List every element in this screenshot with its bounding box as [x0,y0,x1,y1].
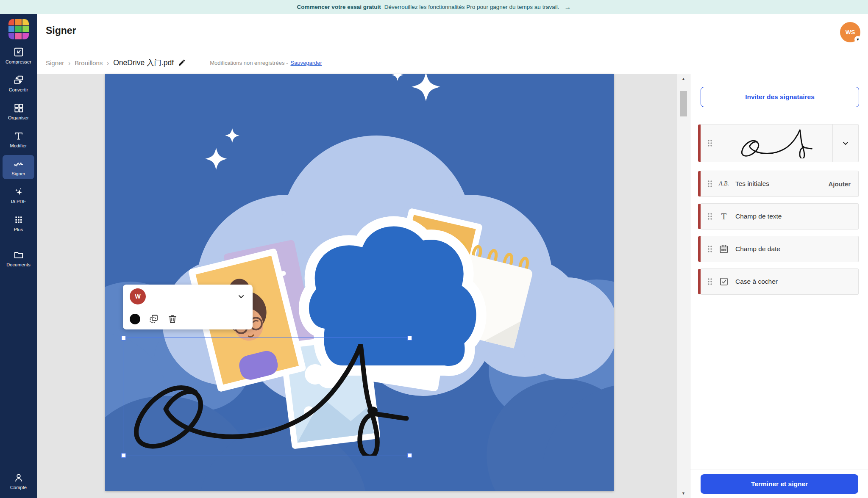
resize-handle-bottom-right[interactable] [407,453,412,458]
header: Signer WS ▾ [37,14,868,51]
breadcrumb-separator: › [107,59,109,66]
user-icon [13,472,24,483]
page-title: Signer [46,25,76,36]
field-row-signature[interactable] [701,124,859,162]
text-edit-icon [13,130,24,141]
canvas-scrollbar[interactable]: ▲ ▼ [677,74,690,498]
signer-badge-initial: W [135,293,140,300]
sidebar-item-plus[interactable]: Plus [3,211,34,235]
save-link[interactable]: Sauvegarder [290,60,322,66]
field-row-initials[interactable]: A.B. Tes initiales Ajouter [701,171,859,197]
breadcrumb: Signer › Brouillons › OneDrive 入门.pdf Mo… [37,51,868,74]
resize-handle-top-right[interactable] [407,336,412,340]
text-field-icon: T [718,212,729,221]
drag-handle-icon[interactable] [707,245,712,253]
drag-handle-icon[interactable] [707,277,712,286]
sidebar-item-label: Plus [14,227,23,232]
field-row-checkbox[interactable]: Case à cocher [701,268,859,295]
invite-signers-label: Inviter des signataires [745,93,815,101]
finish-and-sign-label: Terminer et signer [751,480,808,488]
date-field-label: Champ de date [735,245,780,253]
signature-thumbnail [718,125,832,162]
app-logo[interactable] [8,19,29,39]
breadcrumb-filename: OneDrive 入门.pdf [113,58,174,68]
document-canvas: W [37,74,677,498]
sidebar-item-label: Compresser [6,59,31,64]
grid-dots-icon [13,214,24,225]
convert-icon [13,75,24,86]
drag-handle-icon[interactable] [707,139,712,147]
signer-badge: W [130,288,146,304]
rename-pencil-icon[interactable] [178,59,185,66]
breadcrumb-signer[interactable]: Signer [46,59,64,66]
signature-options-chevron-icon[interactable] [832,125,858,162]
scrollbar-thumb[interactable] [680,91,687,116]
scroll-up-arrow[interactable]: ▲ [677,75,690,83]
drag-handle-icon[interactable] [707,180,712,188]
sidebar-item-compresser[interactable]: Compresser [3,43,34,67]
sidebar-item-modifier[interactable]: Modifier [3,127,34,151]
trial-banner-title: Commencer votre essai gratuit [297,4,381,10]
initials-ab-icon: A.B. [718,180,729,187]
chevron-down-icon: ▾ [854,36,861,43]
fields-panel: Inviter des signataires [690,74,868,498]
compress-icon [13,47,24,58]
sidebar-divider [8,242,29,242]
sidebar-item-organiser[interactable]: Organiser [3,99,34,123]
calendar-icon [718,244,729,254]
ai-sparkles-icon [13,186,24,197]
signature-image[interactable] [123,338,410,456]
save-status: Modifications non enregistrées - Sauvega… [210,60,322,66]
add-initials-button[interactable]: Ajouter [829,180,851,188]
finish-section: Terminer et signer [690,470,868,498]
sidebar-item-documents[interactable]: Documents [3,246,34,270]
breadcrumb-separator: › [68,59,70,66]
checkbox-icon [718,277,729,287]
text-field-label: Champ de texte [735,213,782,220]
duplicate-icon[interactable] [149,314,159,324]
pdf-page: W [105,74,614,491]
sidebar-item-label: Compte [10,485,27,490]
sidebar-item-label: IA PDF [11,199,26,204]
checkbox-label: Case à cocher [735,278,778,285]
trial-banner[interactable]: Commencer votre essai gratuit Déverrouil… [0,0,868,14]
user-avatar-initials: WS [846,29,855,36]
color-swatch-black[interactable] [130,314,140,324]
field-row-text[interactable]: T Champ de texte [701,203,859,230]
sidebar-item-label: Documents [6,262,31,267]
signer-select-chevron-icon[interactable] [236,292,246,301]
sidebar-item-signer[interactable]: Signer [3,155,34,179]
breadcrumb-brouillons[interactable]: Brouillons [75,59,103,66]
sidebar-item-label: Signer [11,171,25,176]
sidebar-item-ia-pdf[interactable]: IA PDF [3,183,34,207]
resize-handle-bottom-left[interactable] [121,453,126,458]
arrow-right-icon: → [564,3,571,11]
signature-selection[interactable] [123,338,410,456]
invite-signers-button[interactable]: Inviter des signataires [701,87,859,107]
organize-icon [13,102,24,113]
sidebar-item-label: Modifier [10,143,27,148]
drag-handle-icon[interactable] [707,212,712,221]
signature-icon [13,158,24,169]
unsaved-changes-text: Modifications non enregistrées - [210,60,288,66]
trial-banner-text: Déverrouillez les fonctionnalités Pro po… [384,4,559,10]
user-avatar[interactable]: WS ▾ [840,22,860,42]
scroll-down-arrow[interactable]: ▼ [677,490,690,497]
field-row-date[interactable]: Champ de date [701,236,859,262]
resize-handle-top-left[interactable] [121,336,126,340]
smallpdf-app: Commencer votre essai gratuit Déverrouil… [0,0,868,498]
sidebar-item-label: Organiser [8,115,29,120]
sidebar-item-convertir[interactable]: Convertir [3,71,34,95]
sidebar-item-label: Convertir [9,87,28,92]
finish-and-sign-button[interactable]: Terminer et signer [701,474,858,494]
folder-icon [13,249,24,260]
sidebar-item-compte[interactable]: Compte [3,469,34,493]
field-toolbar: W [123,285,253,329]
delete-trash-icon[interactable] [167,314,178,324]
sidebar: Compresser Convertir Organiser Modifier [0,14,37,498]
initials-label: Tes initiales [735,180,769,188]
